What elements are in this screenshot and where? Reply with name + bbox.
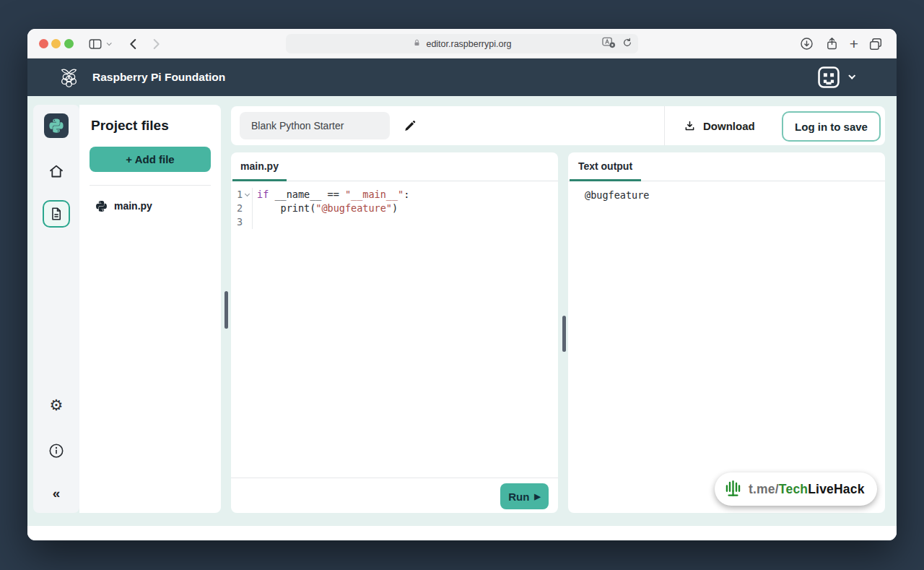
collapse-sidebar-icon[interactable]: « — [47, 484, 66, 503]
account-chevron-down-icon[interactable] — [848, 72, 855, 79]
output-panel: Text output @bugfeature — [568, 152, 885, 513]
run-button[interactable]: Run ▶ — [500, 483, 549, 509]
app-header: Raspberry Pi Foundation — [27, 59, 897, 96]
avatar[interactable] — [816, 65, 841, 90]
address-bar[interactable]: editor.raspberrypi.org — [286, 34, 638, 53]
reload-icon[interactable] — [622, 37, 633, 51]
project-files-panel: Project files + Add file main.py — [79, 105, 221, 513]
info-icon[interactable] — [47, 441, 66, 460]
traffic-light-zoom[interactable] — [64, 39, 74, 48]
run-bar: Run ▶ — [231, 478, 558, 513]
code-line[interactable]: 1if __name__ == "__main__": — [231, 188, 558, 202]
project-name-input[interactable] — [240, 112, 390, 139]
side-rail: ⚙ « — [33, 105, 79, 513]
project-bar: Download Log in to save — [231, 106, 885, 145]
settings-gear-icon[interactable]: ⚙ — [47, 396, 66, 415]
file-name: main.py — [114, 200, 152, 212]
browser-window: editor.raspberrypi.org + — [27, 29, 897, 540]
traffic-light-close[interactable] — [39, 39, 48, 48]
line-gutter: 1 — [231, 188, 253, 202]
download-icon — [683, 119, 697, 133]
sidebar-chevron-down-icon[interactable] — [102, 29, 115, 59]
share-icon[interactable] — [821, 29, 842, 59]
code-text: print("@bugfeature") — [253, 202, 398, 215]
tab-main-py[interactable]: main.py — [232, 152, 287, 181]
line-number: 1 — [237, 188, 243, 202]
divider — [90, 185, 211, 186]
editor-panel: main.py 1if __name__ == "__main__":2 pri… — [231, 152, 558, 513]
download-label: Download — [703, 120, 755, 132]
play-icon: ▶ — [534, 493, 540, 501]
lock-icon — [412, 38, 422, 50]
divider — [664, 106, 665, 145]
code-line[interactable]: 2 print("@bugfeature") — [231, 202, 558, 215]
sidebar-item-home[interactable] — [47, 162, 66, 181]
browser-toolbar: editor.raspberrypi.org + — [27, 29, 897, 59]
line-number: 3 — [237, 215, 243, 229]
raspberry-pi-logo-icon — [58, 67, 79, 92]
download-button[interactable]: Download — [679, 106, 759, 145]
page-content: ⚙ « Project files + Add file — [27, 96, 897, 540]
sidebar-item-project[interactable] — [44, 113, 69, 138]
line-gutter: 2 — [231, 202, 253, 215]
edit-pencil-icon[interactable] — [397, 113, 423, 139]
line-gutter: 3 — [231, 215, 253, 229]
new-tab-icon[interactable]: + — [844, 29, 864, 59]
line-number: 2 — [237, 202, 243, 215]
tab-text-output[interactable]: Text output — [570, 152, 641, 181]
file-list-item[interactable]: main.py — [95, 199, 152, 213]
watermark-prefix: t.me/ — [749, 482, 779, 496]
downloads-icon[interactable] — [796, 29, 816, 59]
output-tab-bar: Text output — [568, 152, 885, 181]
python-file-icon — [95, 200, 108, 212]
login-to-save-button[interactable]: Log in to save — [782, 111, 881, 142]
traffic-light-minimize[interactable] — [51, 39, 61, 48]
translate-icon[interactable] — [602, 37, 616, 51]
add-file-button[interactable]: + Add file — [90, 147, 211, 172]
forward-icon[interactable] — [146, 29, 166, 59]
watermark-text: t.me/TechLiveHack — [749, 482, 865, 497]
url-text: editor.raspberrypi.org — [426, 39, 511, 49]
desktop-background: editor.raspberrypi.org + — [0, 0, 924, 570]
tab-overview-icon[interactable] — [866, 29, 886, 59]
run-label: Run — [508, 491, 529, 503]
editor-tab-bar: main.py — [231, 152, 558, 181]
project-files-title: Project files — [91, 118, 169, 134]
watermark-circuit-icon — [723, 479, 743, 499]
code-text: if __name__ == "__main__": — [253, 188, 409, 202]
code-text — [253, 215, 257, 229]
back-icon[interactable] — [123, 29, 144, 59]
watermark-rest: LiveHack — [808, 482, 864, 496]
code-area[interactable]: 1if __name__ == "__main__":2 print("@bug… — [231, 188, 558, 229]
code-line[interactable]: 3 — [231, 215, 558, 229]
app-title: Raspberry Pi Foundation — [92, 59, 225, 96]
fold-chevron-icon[interactable] — [245, 191, 250, 196]
watermark-highlight: Tech — [779, 482, 808, 496]
fold-spacer — [243, 206, 249, 212]
panel-resize-handle[interactable] — [225, 291, 228, 329]
output-text: @bugfeature — [585, 189, 649, 201]
sidebar-item-project-files[interactable] — [43, 200, 70, 228]
fold-spacer — [243, 220, 249, 225]
watermark-badge: t.me/TechLiveHack — [715, 472, 877, 506]
panel-resize-handle[interactable] — [562, 316, 566, 352]
